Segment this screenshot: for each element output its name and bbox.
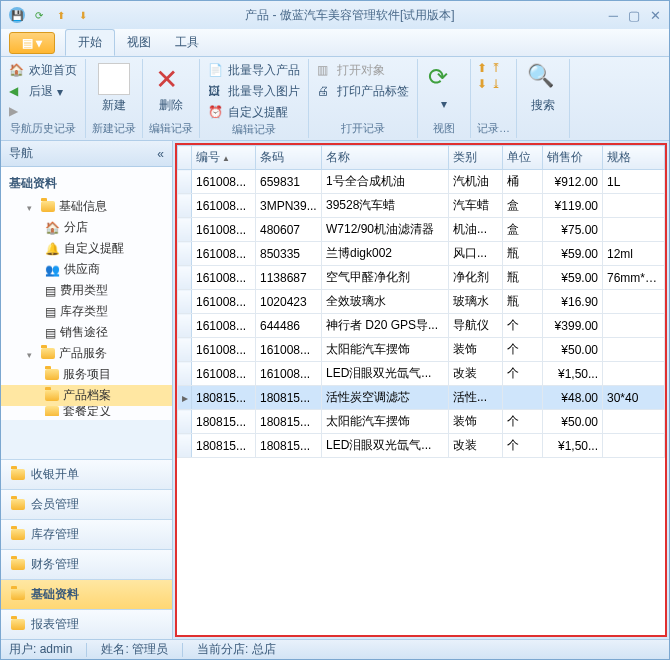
- col-barcode[interactable]: 条码: [256, 146, 322, 170]
- delete-button[interactable]: ✕删除: [149, 61, 193, 116]
- table-row[interactable]: 161008...3MPN39...39528汽车蜡汽车蜡盒¥119.00: [178, 194, 665, 218]
- folder-icon: [45, 390, 59, 401]
- tree-package-def[interactable]: 套餐定义: [1, 406, 172, 416]
- close-icon[interactable]: ✕: [650, 8, 661, 23]
- folder-icon: [45, 406, 59, 416]
- table-row[interactable]: 161008...1020423全效玻璃水玻璃水瓶¥16.90: [178, 290, 665, 314]
- tree-product-archive[interactable]: 产品档案: [1, 385, 172, 406]
- list-icon: ▤: [45, 326, 56, 340]
- sidebar-collapse-icon[interactable]: «: [157, 147, 164, 161]
- record-first-icon[interactable]: ⤒: [491, 61, 501, 75]
- branch-icon: 🏠: [45, 221, 60, 235]
- record-last-icon[interactable]: ⤓: [491, 77, 501, 91]
- acc-stock[interactable]: 库存管理: [1, 519, 172, 549]
- home-icon: 🏠: [9, 63, 25, 79]
- tab-view[interactable]: 视图: [115, 30, 163, 55]
- back-button[interactable]: ◀后退 ▾: [7, 82, 79, 101]
- folder-icon: [11, 529, 25, 540]
- record-down-icon[interactable]: ⬇: [477, 77, 487, 91]
- maximize-icon[interactable]: ▢: [628, 8, 640, 23]
- col-name[interactable]: 名称: [322, 146, 449, 170]
- table-row[interactable]: 180815...180815...太阳能汽车摆饰装饰个¥50.00: [178, 410, 665, 434]
- print-icon: 🖨: [317, 84, 333, 100]
- col-unit[interactable]: 单位: [503, 146, 543, 170]
- forward-button: ▶: [7, 103, 79, 121]
- import-image-icon: 🖼: [208, 84, 224, 100]
- tree-stock-type[interactable]: ▤库存类型: [1, 301, 172, 322]
- search-button[interactable]: 🔍搜索: [523, 61, 563, 116]
- custom-remind-button[interactable]: ⏰自定义提醒: [206, 103, 302, 122]
- new-button[interactable]: 新建: [92, 61, 136, 116]
- tab-start[interactable]: 开始: [65, 29, 115, 56]
- tree-service-item[interactable]: 服务项目: [1, 364, 172, 385]
- tree-fee-type[interactable]: ▤费用类型: [1, 280, 172, 301]
- main-menu-button[interactable]: ▤ ▾: [9, 32, 55, 54]
- list-icon: ▤: [45, 284, 56, 298]
- view-button[interactable]: ⟳▾: [424, 61, 464, 113]
- sidebar: 导航« 基础资料 基础信息 🏠分店 🔔自定义提醒 👥供应商 ▤费用类型 ▤库存类…: [1, 141, 173, 639]
- delete-icon: ✕: [155, 63, 187, 95]
- tree-branch[interactable]: 🏠分店: [1, 217, 172, 238]
- statusbar: 用户: admin 姓名: 管理员 当前分店: 总店: [1, 639, 669, 659]
- tree-basic-info[interactable]: 基础信息: [1, 196, 172, 217]
- qat-up-icon[interactable]: ⬆: [53, 7, 69, 23]
- folder-icon: [11, 469, 25, 480]
- table-row[interactable]: 161008...161008...LED泪眼双光氙气...改装个¥1,50..…: [178, 362, 665, 386]
- col-category[interactable]: 类别: [449, 146, 503, 170]
- sidebar-header: 导航«: [1, 141, 172, 167]
- titlebar: 💾 ⟳ ⬆ ⬇ 产品 - 傲蓝汽车美容管理软件[试用版本] ─ ▢ ✕: [1, 1, 669, 29]
- folder-icon: [11, 619, 25, 630]
- status-branch: 总店: [252, 642, 276, 656]
- table-row[interactable]: 161008...161008...太阳能汽车摆饰装饰个¥50.00: [178, 338, 665, 362]
- window-title: 产品 - 傲蓝汽车美容管理软件[试用版本]: [91, 7, 609, 24]
- table-row[interactable]: 161008...480607W712/90机油滤清器机油...盒¥75.00: [178, 218, 665, 242]
- table-row[interactable]: 180815...180815...LED泪眼双光氙气...改装个¥1,50..…: [178, 434, 665, 458]
- batch-import-image-button[interactable]: 🖼批量导入图片: [206, 82, 302, 101]
- tree-custom-remind[interactable]: 🔔自定义提醒: [1, 238, 172, 259]
- status-user: admin: [40, 642, 73, 656]
- list-icon: ▤: [45, 305, 56, 319]
- col-spec[interactable]: 规格: [603, 146, 665, 170]
- tab-tools[interactable]: 工具: [163, 30, 211, 55]
- product-grid[interactable]: 编号 条码 名称 类别 单位 销售价 规格 161008...6598311号全…: [175, 143, 667, 637]
- acc-receipt[interactable]: 收银开单: [1, 459, 172, 489]
- table-row[interactable]: ▸180815...180815...活性炭空调滤芯活性...¥48.0030*…: [178, 386, 665, 410]
- ribbon-group-new: 新建记录: [92, 121, 136, 138]
- acc-finance[interactable]: 财务管理: [1, 549, 172, 579]
- qat-down-icon[interactable]: ⬇: [75, 7, 91, 23]
- remind-icon: ⏰: [208, 105, 224, 121]
- ribbon-group-nav: 导航历史记录: [7, 121, 79, 138]
- folder-icon: [45, 369, 59, 380]
- tree-sale-channel[interactable]: ▤销售途径: [1, 322, 172, 343]
- ribbon: 🏠欢迎首页 ◀后退 ▾ ▶ 导航历史记录 新建 新建记录 ✕删除 编辑记录 📄批…: [1, 57, 669, 141]
- tree-supplier[interactable]: 👥供应商: [1, 259, 172, 280]
- tree-group-basic: 基础资料: [1, 171, 172, 196]
- folder-icon: [41, 201, 55, 212]
- supplier-icon: 👥: [45, 263, 60, 277]
- folder-icon: [41, 348, 55, 359]
- open-object-button: ▥打开对象: [315, 61, 411, 80]
- acc-member[interactable]: 会员管理: [1, 489, 172, 519]
- table-row[interactable]: 161008...1138687空气甲醛净化剂净化剂瓶¥59.0076mm*1.…: [178, 266, 665, 290]
- new-icon: [98, 63, 130, 95]
- acc-report[interactable]: 报表管理: [1, 609, 172, 639]
- acc-basic[interactable]: 基础资料: [1, 579, 172, 609]
- bell-icon: 🔔: [45, 242, 60, 256]
- table-row[interactable]: 161008...644486神行者 D20 GPS导...导航仪个¥399.0…: [178, 314, 665, 338]
- menubar: ▤ ▾ 开始 视图 工具: [1, 29, 669, 57]
- qat-refresh-icon[interactable]: ⟳: [31, 7, 47, 23]
- minimize-icon[interactable]: ─: [609, 8, 618, 23]
- ribbon-group-open: 打开记录: [315, 121, 411, 138]
- batch-import-product-button[interactable]: 📄批量导入产品: [206, 61, 302, 80]
- table-row[interactable]: 161008...6598311号全合成机油汽机油桶¥912.001L: [178, 170, 665, 194]
- table-row[interactable]: 161008...850335兰博digk002风口...瓶¥59.0012ml: [178, 242, 665, 266]
- back-icon: ◀: [9, 84, 25, 100]
- ribbon-group-edit: 编辑记录: [149, 121, 193, 138]
- print-label-button[interactable]: 🖨打印产品标签: [315, 82, 411, 101]
- qat-save-icon[interactable]: 💾: [9, 7, 25, 23]
- col-price[interactable]: 销售价: [543, 146, 603, 170]
- tree-product-service[interactable]: 产品服务: [1, 343, 172, 364]
- welcome-button[interactable]: 🏠欢迎首页: [7, 61, 79, 80]
- record-up-icon[interactable]: ⬆: [477, 61, 487, 75]
- col-id[interactable]: 编号: [192, 146, 256, 170]
